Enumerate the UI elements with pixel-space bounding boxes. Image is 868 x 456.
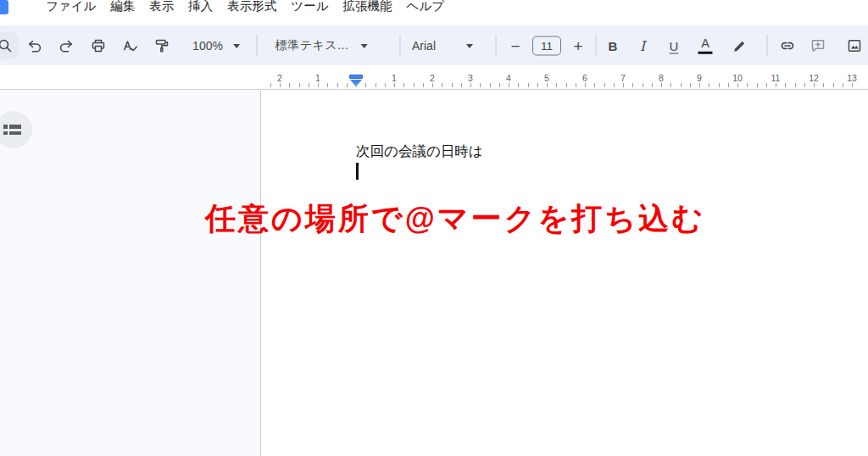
ruler-tick [719, 83, 720, 87]
ruler-tick [843, 83, 843, 87]
toolbar-divider [596, 35, 597, 57]
ruler-tick [852, 83, 853, 87]
highlight-icon [732, 37, 748, 54]
insert-image-button[interactable] [846, 37, 863, 54]
ruler-tick [470, 83, 471, 87]
ruler-tick [833, 83, 834, 87]
ruler-tick [594, 83, 595, 87]
ruler-number: 1 [315, 73, 320, 83]
ruler-tick [614, 83, 615, 87]
ruler-tick [461, 83, 462, 87]
increase-font-size-button[interactable]: + [573, 37, 582, 53]
ruler-tick [804, 83, 805, 87]
paint-format-button[interactable] [153, 37, 170, 54]
insert-link-button[interactable] [779, 36, 797, 54]
ruler-tick [604, 83, 605, 87]
italic-button[interactable]: I [640, 37, 645, 53]
menu-item[interactable]: 編集 [110, 0, 135, 14]
ruler-tick [661, 83, 662, 87]
ruler-number: 6 [582, 73, 587, 83]
ruler-tick [299, 83, 300, 87]
google-docs-window: ファイル 編集 表示 挿入 表示形式 ツール 拡張機能 ヘルプ [0, 0, 868, 456]
ruler-tick [795, 83, 796, 87]
bold-button[interactable]: B [609, 38, 618, 53]
menu-item[interactable]: 挿入 [188, 0, 213, 14]
ruler-number: 1 [392, 73, 397, 83]
menu-item[interactable]: 拡張機能 [343, 0, 392, 14]
ruler-tick [518, 83, 519, 87]
undo-icon [26, 37, 43, 54]
ruler-tick [347, 83, 348, 87]
ruler-tick [785, 83, 786, 87]
ruler-tick [757, 83, 758, 87]
ruler-tick [376, 83, 376, 87]
ruler-tick [442, 83, 442, 87]
ruler-tick [566, 83, 567, 87]
ruler-tick [414, 83, 415, 87]
ruler-number: 11 [771, 73, 781, 83]
ruler-tick [327, 83, 328, 87]
ruler-number: 2 [277, 73, 282, 83]
print-button[interactable] [90, 37, 107, 54]
chevron-down-icon [233, 44, 240, 48]
outline-icon [3, 131, 32, 136]
ruler-tick [528, 83, 529, 87]
print-icon [90, 37, 107, 54]
font-size-field[interactable]: 11 [532, 36, 561, 55]
underline-button[interactable]: U [670, 38, 679, 53]
toolbar: 100% 標準テキス... Arial − 11 + B I U A [0, 25, 868, 65]
outline-button[interactable] [0, 111, 32, 148]
menu-item[interactable]: 表示形式 [227, 0, 276, 14]
first-line-indent-marker[interactable] [349, 75, 363, 79]
ruler-tick [289, 83, 290, 87]
ruler-tick [318, 83, 319, 87]
ruler-tick [480, 83, 481, 87]
ruler-number: 7 [620, 73, 626, 83]
text-color-button[interactable]: A [698, 36, 713, 54]
ruler-tick [556, 83, 557, 87]
paint-format-icon [153, 37, 170, 54]
ruler-tick [432, 83, 433, 87]
outline-icon [3, 125, 32, 129]
ruler-tick [270, 83, 271, 87]
ruler-tick [652, 83, 653, 87]
ruler-tick [309, 83, 309, 87]
font-family-select[interactable]: Arial [412, 39, 473, 53]
paragraph-text[interactable]: 次回の会議の日時は [356, 143, 483, 159]
menu-item[interactable]: ヘルプ [407, 0, 445, 14]
ruler-tick [509, 83, 509, 87]
document-page[interactable] [260, 91, 868, 456]
highlight-color-button[interactable] [732, 37, 748, 54]
paragraph-style-select[interactable]: 標準テキス... [275, 38, 368, 53]
ruler-tick [385, 83, 386, 87]
search-button[interactable] [0, 32, 19, 59]
add-comment-button[interactable] [810, 37, 826, 54]
text-cursor [356, 163, 359, 180]
document-canvas: 次回の会議の日時は 任意の場所で@マークを打ち込む [0, 91, 868, 456]
decrease-font-size-button[interactable]: − [510, 37, 520, 53]
ruler-number: 8 [659, 73, 664, 83]
ruler-number: 9 [697, 73, 702, 83]
font-size-value[interactable]: 11 [532, 36, 561, 55]
ruler-tick [547, 83, 548, 87]
menu-item[interactable]: 表示 [149, 0, 174, 14]
docs-logo[interactable] [0, 0, 8, 14]
menu-item[interactable]: ファイル [46, 0, 96, 14]
ruler-tick [766, 83, 767, 87]
undo-button[interactable] [26, 37, 43, 54]
spellcheck-button[interactable] [121, 37, 138, 54]
menu-item[interactable]: ツール [291, 0, 328, 14]
ruler: 2112345678910111213 [0, 73, 868, 90]
annotation-text: 任意の場所で@マークを打ち込む [205, 198, 705, 240]
menu-bar: ファイル 編集 表示 挿入 表示形式 ツール 拡張機能 ヘルプ [0, 0, 868, 20]
toolbar-divider [400, 35, 401, 57]
redo-button[interactable] [58, 37, 75, 54]
zoom-select[interactable]: 100% [192, 39, 240, 53]
redo-icon [58, 37, 75, 54]
ruler-tick [499, 83, 500, 87]
ruler-tick [681, 83, 682, 87]
ruler-tick [690, 83, 691, 87]
ruler-tick [670, 83, 671, 87]
ruler-tick [337, 83, 338, 87]
ruler-tick [823, 83, 824, 87]
